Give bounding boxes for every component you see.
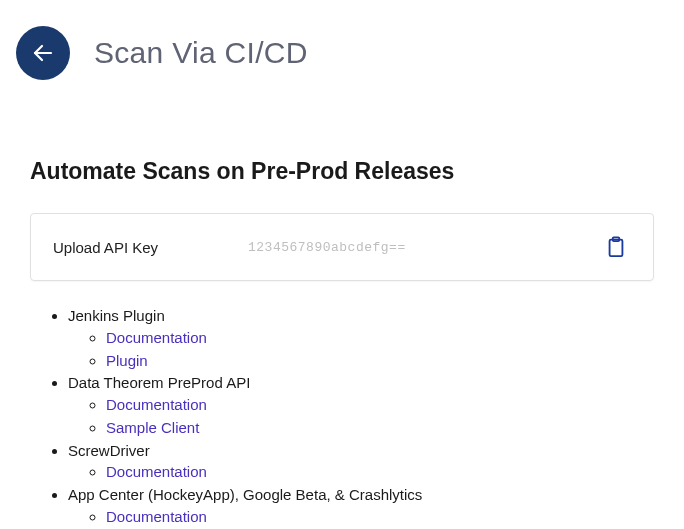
integration-title: Jenkins Plugin (68, 307, 165, 324)
back-button[interactable] (16, 26, 70, 80)
integration-title: Data Theorem PreProd API (68, 374, 250, 391)
integration-link[interactable]: Documentation (106, 396, 207, 413)
list-item: Documentation (106, 506, 654, 528)
page-title: Scan Via CI/CD (94, 36, 308, 70)
copy-button[interactable] (601, 232, 631, 262)
list-item: Documentation (106, 394, 654, 416)
api-key-label: Upload API Key (53, 239, 248, 256)
list-item: App Center (HockeyApp), Google Beta, & C… (68, 484, 654, 528)
integration-link[interactable]: Documentation (106, 329, 207, 346)
list-item: Jenkins Plugin Documentation Plugin (68, 305, 654, 371)
clipboard-icon (605, 236, 627, 258)
api-key-card: Upload API Key 1234567890abcdefg== (30, 213, 654, 281)
list-item: ScrewDriver Documentation (68, 440, 654, 484)
list-item: Data Theorem PreProd API Documentation S… (68, 372, 654, 438)
integration-title: ScrewDriver (68, 442, 150, 459)
api-key-value: 1234567890abcdefg== (248, 240, 601, 255)
integration-link[interactable]: Documentation (106, 463, 207, 480)
integration-title: App Center (HockeyApp), Google Beta, & C… (68, 486, 422, 503)
list-item: Documentation (106, 461, 654, 483)
integration-link[interactable]: Sample Client (106, 419, 199, 436)
list-item: Sample Client (106, 417, 654, 439)
integrations-list: Jenkins Plugin Documentation Plugin Data… (30, 305, 654, 528)
integration-link[interactable]: Documentation (106, 508, 207, 525)
content-area: Automate Scans on Pre-Prod Releases Uplo… (0, 80, 684, 528)
integration-link[interactable]: Plugin (106, 352, 148, 369)
page-header: Scan Via CI/CD (0, 0, 684, 80)
svg-rect-1 (610, 240, 623, 256)
list-item: Documentation (106, 327, 654, 349)
list-item: Plugin (106, 350, 654, 372)
section-heading: Automate Scans on Pre-Prod Releases (30, 158, 654, 185)
arrow-left-icon (31, 41, 55, 65)
